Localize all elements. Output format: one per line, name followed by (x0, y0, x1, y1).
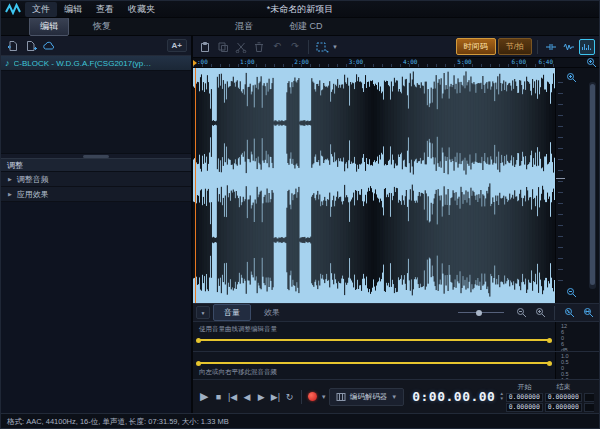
record-button[interactable] (307, 389, 319, 405)
section-apply-effects[interactable]: ▶ 应用效果 (1, 187, 191, 202)
delete-button[interactable] (251, 39, 267, 55)
zoom-out-vertical-button[interactable] (566, 284, 577, 302)
range-length-value[interactable]: 0.000 (584, 393, 594, 402)
tab-effects[interactable]: 效果 (254, 305, 290, 320)
track-list-item[interactable]: ♪ C-BLOCK - W.D.G.A.F(CSG2017(yp… (1, 56, 191, 71)
ruler-label: :00 (197, 58, 208, 65)
step-forward-button[interactable]: ▶ (255, 389, 267, 405)
time-spinner[interactable]: ▲ ▼ (499, 392, 503, 402)
beats-mode-button[interactable]: 节/拍 (498, 38, 532, 55)
spinner-down-icon[interactable]: ▼ (499, 397, 503, 402)
skip-start-button[interactable]: |◀ (227, 389, 239, 405)
ruler-label: 6:40 (539, 58, 553, 65)
record-options-caret-icon[interactable]: ▼ (321, 394, 327, 400)
step-back-button[interactable]: ◀ (241, 389, 253, 405)
pan-curve-area[interactable]: 向左或向右平移此混音音频 (193, 352, 555, 379)
zoom-slider-knob[interactable] (476, 310, 482, 316)
zoom-fit-button[interactable] (580, 305, 596, 321)
ruler-label: 1:00 (240, 58, 254, 65)
paste-button[interactable] (197, 39, 213, 55)
range-length-value-2[interactable]: 0.000 (584, 403, 594, 412)
vertical-scrollbar[interactable] (589, 82, 596, 289)
loop-button[interactable]: ↻ (284, 389, 296, 405)
pan-curve-line[interactable] (198, 362, 550, 364)
ruler-label: 4:00 (403, 58, 417, 65)
range-table: 开始 0.000000 0.000000 结束 0.000000 0.00000… (506, 382, 594, 412)
codec-icon (336, 392, 346, 402)
level-ruler (558, 82, 563, 289)
waveform-svg[interactable] (193, 68, 555, 303)
range-end-column: 结束 0.000000 0.000000 (545, 382, 582, 412)
stop-button[interactable]: ■ (212, 389, 224, 405)
collapse-lanes-button[interactable]: ▼ (196, 306, 210, 319)
volume-lane-hint: 使用音量曲线调整编辑音量 (199, 325, 277, 334)
ruler-corner (555, 58, 599, 68)
codec-button-label: 编码解码器 (350, 392, 388, 402)
automation-toolbar: ▼ 音量 效果 (193, 303, 599, 321)
cloud-import-button[interactable] (41, 38, 57, 54)
import-file-button[interactable] (5, 38, 21, 54)
undo-button[interactable]: ↶ (269, 39, 285, 55)
left-toolbar: A+ (1, 36, 191, 56)
record-icon (308, 392, 317, 401)
range-start-column: 开始 0.000000 0.000000 (506, 382, 543, 412)
snap-toggle-button[interactable] (543, 39, 559, 55)
tab-edit[interactable]: 编辑 (29, 17, 69, 36)
time-display[interactable]: 0:00.00.00 (412, 389, 495, 404)
range-start-value-2[interactable]: 0.000000 (506, 403, 543, 412)
zoom-slider[interactable] (458, 312, 504, 313)
vertical-zoom-in-icon[interactable] (586, 57, 597, 68)
range-start-value[interactable]: 0.000000 (506, 393, 543, 402)
menu-file[interactable]: 文件 (25, 2, 57, 17)
font-size-button[interactable]: A+ (167, 39, 187, 52)
range-end-value[interactable]: 0.000000 (545, 393, 582, 402)
zoom-in-vertical-button[interactable] (566, 69, 577, 87)
status-bar: 格式: AAC, 44100Hz, 16-位, 单声道, 长度: 07:31.5… (1, 413, 599, 429)
selection-tool-button[interactable] (314, 39, 330, 55)
waveform-view-button[interactable] (561, 39, 577, 55)
copy-button[interactable] (215, 39, 231, 55)
app-window: 文件 编辑 查看 收藏夹 *未命名的新项目 编辑 恢复 混音 创建 CD (0, 0, 600, 429)
timeline-ruler[interactable]: :00 1:00 2:00 3:00 4:00 5:00 6:00 6:40 (193, 58, 555, 68)
volume-curve-line[interactable] (198, 339, 550, 341)
tab-restore[interactable]: 恢复 (83, 18, 121, 35)
zoom-in-button[interactable] (532, 305, 548, 321)
volume-automation-lane: 使用音量曲线调整编辑音量 12 6 0 6 dB (193, 321, 599, 351)
track-title: C-BLOCK - W.D.G.A.F(CSG2017(yp… (14, 59, 152, 68)
spectrum-view-button[interactable] (579, 39, 595, 55)
zoom-selection-button[interactable] (561, 305, 577, 321)
volume-curve-area[interactable]: 使用音量曲线调整编辑音量 (193, 322, 555, 351)
range-end-value-2[interactable]: 0.000000 (545, 403, 582, 412)
chevron-right-icon: ▶ (8, 191, 12, 197)
track-list-scrollbar[interactable] (1, 153, 191, 158)
section-apply-effects-label: 应用效果 (17, 189, 49, 200)
redo-button[interactable]: ↷ (287, 39, 303, 55)
codec-button[interactable]: 编码解码器 ▼ (329, 388, 404, 406)
ruler-label: 5:00 (457, 58, 471, 65)
play-button[interactable]: ▶ (198, 389, 210, 405)
skip-end-button[interactable]: ▶| (269, 389, 281, 405)
tab-create-cd[interactable]: 创建 CD (279, 18, 333, 35)
tab-volume[interactable]: 音量 (213, 304, 251, 321)
menu-favorites[interactable]: 收藏夹 (121, 2, 162, 17)
ribbon-tab-bar: 编辑 恢复 混音 创建 CD (1, 18, 599, 36)
channel-divider-mark (556, 178, 565, 179)
section-adjust-audio[interactable]: ▶ 调整音频 (1, 172, 191, 187)
adjust-header-label: 调整 (7, 160, 23, 171)
add-file-button[interactable] (23, 38, 39, 54)
playhead-line[interactable] (195, 68, 196, 303)
vertical-scrollbar-thumb[interactable] (590, 84, 595, 285)
chevron-right-icon: ▶ (8, 176, 12, 182)
window-title: *未命名的新项目 (267, 3, 334, 16)
app-logo-icon (1, 3, 25, 15)
menu-view[interactable]: 查看 (89, 2, 121, 17)
selection-tool-caret-icon[interactable]: ▼ (332, 44, 338, 50)
waveform-display[interactable] (193, 68, 555, 303)
zoom-out-button[interactable] (513, 305, 529, 321)
pan-automation-lane: 向左或向右平移此混音音频 1.0 0.5 0 0.5 1.0 (193, 351, 599, 379)
cut-button[interactable] (233, 39, 249, 55)
tab-mix[interactable]: 混音 (225, 18, 263, 35)
timecode-mode-button[interactable]: 时间码 (456, 38, 496, 55)
adjust-panel-header: 调整 (1, 158, 191, 172)
menu-edit[interactable]: 编辑 (57, 2, 89, 17)
